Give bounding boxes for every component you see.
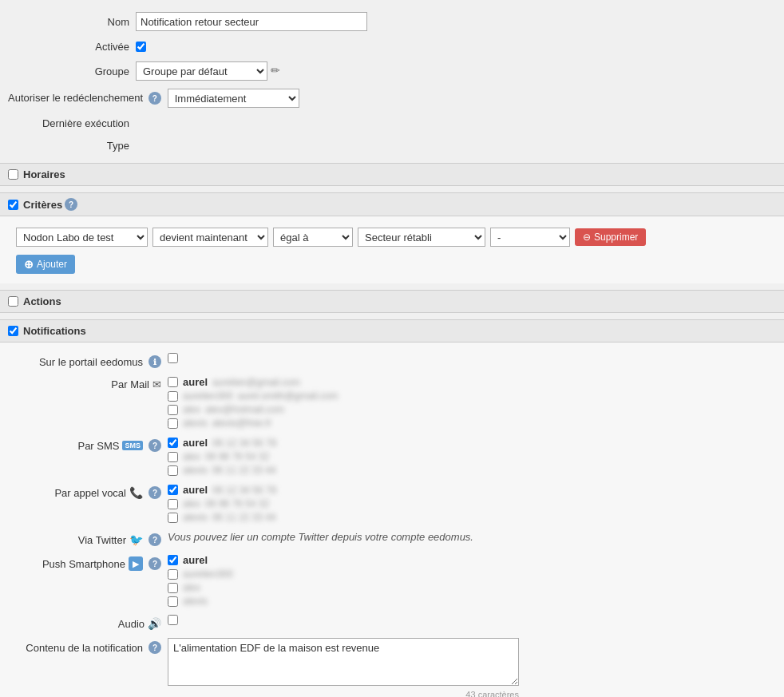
push-user4-row: alexis: [168, 596, 776, 607]
sms-user3-checkbox[interactable]: [168, 465, 178, 476]
vocal-help-icon[interactable]: ?: [148, 486, 161, 499]
contenu-content: L'alimentation EDF de la maison est reve…: [168, 638, 776, 697]
twitter-icon: 🐦: [129, 533, 143, 546]
horaires-label: Horaires: [23, 168, 65, 180]
criteres-label: Critères: [23, 199, 62, 211]
activee-checkbox[interactable]: [136, 42, 146, 52]
mail-user3-row: alex alex@hotmail.com: [168, 404, 776, 415]
push-user4-checkbox[interactable]: [168, 596, 178, 607]
mail-row: Par Mail ✉ aurel aurelien@gmail.com aure…: [0, 372, 784, 433]
audio-content: [168, 615, 776, 625]
criteres-section-header: Critères ?: [0, 192, 784, 216]
push-user2-name: aurelien300: [183, 568, 233, 580]
sms-row: Par SMS SMS ? aurel 06 12 34 56 78 alex …: [0, 433, 784, 480]
actions-label: Actions: [23, 295, 61, 307]
vocal-user1-row: aurel 06 12 34 56 78: [168, 484, 776, 496]
nom-label: Nom: [8, 16, 136, 28]
mail-user1-checkbox[interactable]: [168, 377, 178, 387]
vocal-user1-phone: 06 12 34 56 78: [212, 485, 276, 496]
sms-user2-row: alex 06 98 76 54 32: [168, 451, 776, 462]
criteria-field2[interactable]: devient maintenant: [152, 228, 268, 247]
sms-content: aurel 06 12 34 56 78 alex 06 98 76 54 32…: [168, 437, 776, 476]
sms-help-icon[interactable]: ?: [148, 439, 161, 452]
push-help-icon[interactable]: ?: [148, 557, 161, 570]
audio-checkbox[interactable]: [168, 615, 178, 625]
nom-input[interactable]: [136, 12, 367, 31]
notifications-checkbox[interactable]: [8, 326, 18, 336]
criteria-row-1: Nodon Labo de test devient maintenant ég…: [0, 223, 784, 251]
mail-user1-email: aurelien@gmail.com: [212, 377, 300, 388]
vocal-user1-checkbox[interactable]: [168, 485, 178, 495]
sms-user2-checkbox[interactable]: [168, 452, 178, 462]
criteria-field1[interactable]: Nodon Labo de test: [16, 228, 148, 247]
sms-user3-name: alexis: [183, 465, 208, 476]
sms-user2-name: alex: [183, 451, 200, 462]
twitter-help-icon[interactable]: ?: [148, 533, 161, 546]
notifications-label: Notifications: [23, 325, 86, 337]
vocal-label: Par appel vocal 📞 ?: [8, 484, 168, 499]
push-user1-row: aurel: [168, 554, 776, 566]
horaires-section-header: Horaires: [0, 163, 784, 186]
contenu-label: Contenu de la notification ?: [8, 638, 168, 654]
vocal-content: aurel 06 12 34 56 78 alex 06 98 76 54 32…: [168, 484, 776, 523]
type-label: Type: [8, 140, 136, 152]
mail-user4-name: alexis: [183, 418, 208, 429]
mail-user4-checkbox[interactable]: [168, 418, 178, 429]
rearm-select[interactable]: Immédiatement: [168, 89, 299, 108]
criteres-content: Nodon Labo de test devient maintenant ég…: [0, 216, 784, 283]
mail-user3-checkbox[interactable]: [168, 405, 178, 415]
mail-icon: ✉: [152, 378, 161, 390]
vocal-user2-checkbox[interactable]: [168, 499, 178, 509]
criteria-field3[interactable]: égal à: [273, 228, 353, 247]
mail-user2-checkbox[interactable]: [168, 391, 178, 402]
criteria-field4[interactable]: Secteur rétabli: [358, 228, 485, 247]
mail-user2-row: aurelien300 aurel.smith@gmail.com: [168, 390, 776, 402]
contenu-row: Contenu de la notification ? L'alimentat…: [0, 634, 784, 697]
twitter-message: Vous pouvez lier un compte Twitter depui…: [168, 531, 776, 543]
portail-content: [168, 353, 776, 363]
contenu-textarea[interactable]: L'alimentation EDF de la maison est reve…: [168, 638, 519, 686]
mail-user4-email: alexis@free.fr: [212, 418, 271, 429]
sms-user2-phone: 06 98 76 54 32: [205, 451, 269, 462]
sms-user1-checkbox[interactable]: [168, 438, 178, 448]
rearm-help-icon[interactable]: ?: [148, 92, 161, 105]
pencil-icon[interactable]: ✏: [271, 64, 285, 78]
criteres-checkbox[interactable]: [8, 200, 18, 210]
sms-badge-icon: SMS: [122, 441, 143, 450]
portail-checkbox-row: [168, 353, 776, 363]
portail-help-icon[interactable]: ℹ: [148, 355, 161, 368]
nom-row: Nom: [0, 8, 784, 35]
mail-user2-name: aurelien300: [183, 390, 233, 402]
horaires-checkbox[interactable]: [8, 169, 18, 180]
vocal-user3-checkbox[interactable]: [168, 513, 178, 523]
push-label: Push Smartphone ▶ ?: [8, 554, 168, 571]
groupe-select[interactable]: Groupe par défaut: [136, 61, 267, 81]
push-user3-checkbox[interactable]: [168, 583, 178, 593]
twitter-label: Via Twitter 🐦 ?: [8, 531, 168, 546]
push-user2-checkbox[interactable]: [168, 569, 178, 580]
audio-icon: 🔊: [148, 617, 161, 630]
twitter-content: Vous pouvez lier un compte Twitter depui…: [168, 531, 776, 543]
portail-checkbox[interactable]: [168, 353, 178, 363]
vocal-user2-phone: 06 98 76 54 32: [205, 498, 269, 509]
push-user4-name: alexis: [183, 596, 208, 607]
supprimer-button[interactable]: ⊖ Supprimer: [575, 228, 646, 246]
push-row: Push Smartphone ▶ ? aurel aurelien300 al…: [0, 550, 784, 611]
push-user3-name: alex: [183, 582, 200, 593]
notifications-section-header: Notifications: [0, 319, 784, 343]
activee-label: Activée: [8, 41, 136, 53]
ajouter-button[interactable]: ⊕ Ajouter: [16, 255, 75, 274]
criteria-field5[interactable]: -: [490, 228, 570, 247]
vocal-user3-name: alexis: [183, 512, 208, 523]
activee-row: Activée: [0, 35, 784, 57]
push-user1-checkbox[interactable]: [168, 555, 178, 565]
contenu-help-icon[interactable]: ?: [148, 641, 161, 654]
actions-section-header: Actions: [0, 290, 784, 313]
sms-user1-name: aurel: [183, 437, 208, 449]
mail-label: Par Mail ✉: [8, 376, 168, 390]
criteres-help-icon[interactable]: ?: [65, 198, 77, 211]
sms-label: Par SMS SMS ?: [8, 437, 168, 452]
sms-user1-row: aurel 06 12 34 56 78: [168, 437, 776, 449]
groupe-label: Groupe: [8, 65, 136, 77]
actions-checkbox[interactable]: [8, 296, 18, 307]
